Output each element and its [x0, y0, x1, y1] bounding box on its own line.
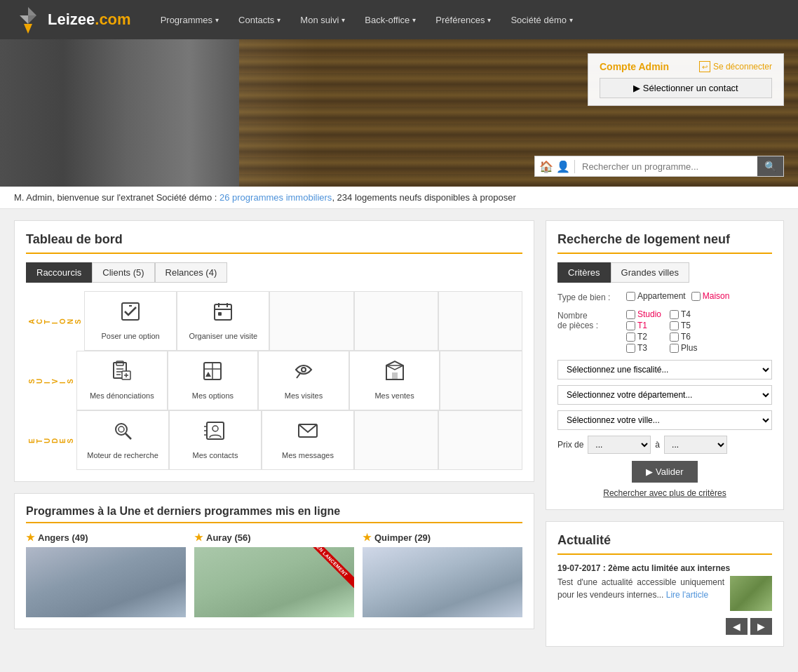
plus-checkbox[interactable]: [670, 344, 679, 353]
fiscalite-select[interactable]: Sélectionnez une fiscalité...: [557, 360, 772, 379]
tab-relances[interactable]: Relances (4): [155, 262, 228, 283]
program-img-auray[interactable]: EN LANCEMENT: [194, 547, 354, 617]
svg-line-26: [126, 434, 131, 439]
valider-row: ▶ Valider: [557, 461, 772, 483]
check-plus[interactable]: Plus: [670, 343, 705, 353]
nav-societe-demo[interactable]: Société démo ▾: [502, 0, 581, 39]
suivis-label: SUIVIS: [26, 351, 76, 410]
t2-checkbox[interactable]: [626, 332, 635, 342]
programmes-arrow-icon: ▾: [215, 16, 219, 24]
studio-checkbox[interactable]: [626, 310, 635, 319]
shortcut-poser-option[interactable]: Poser une option: [84, 291, 177, 351]
shortcut-moteur[interactable]: Moteur de recherche: [76, 410, 169, 470]
option-icon: [119, 300, 142, 327]
actu-next-button[interactable]: ▶: [750, 618, 772, 635]
t3-checkbox[interactable]: [626, 344, 635, 353]
check-maison[interactable]: Maison: [691, 291, 730, 301]
more-criteria-link[interactable]: Rechercher avec plus de critères: [603, 488, 726, 498]
maison-checkbox[interactable]: [691, 292, 701, 301]
check-studio[interactable]: Studio: [626, 309, 661, 319]
search-icons-bar: 🏠 👤: [535, 160, 575, 173]
shortcut-visites[interactable]: Mes visites: [258, 351, 349, 410]
main-content: Tableau de bord Raccourcis Clients (5) R…: [0, 209, 798, 658]
check-appartement[interactable]: Appartement: [626, 291, 686, 301]
svg-marker-3: [24, 24, 32, 34]
home-icon: 🏠: [539, 160, 553, 173]
actu-image: [730, 576, 772, 611]
lire-article-link[interactable]: Lire l'article: [666, 590, 708, 600]
welcome-comma: ,: [332, 192, 337, 203]
header: Leizee.com Programmes ▾ Contacts ▾ Mon s…: [0, 0, 798, 39]
t5-label: T5: [681, 321, 691, 330]
check-t4[interactable]: T4: [670, 309, 705, 319]
ville-select[interactable]: Sélectionnez votre ville...: [557, 410, 772, 430]
prix-a-select[interactable]: ...: [664, 436, 727, 454]
program-search-input[interactable]: [575, 157, 757, 176]
check-t6[interactable]: T6: [670, 332, 705, 342]
shortcut-denonciations[interactable]: Mes dénonciations: [76, 351, 168, 410]
program-img-angers[interactable]: [26, 547, 186, 617]
actu-prev-button[interactable]: ◀: [726, 618, 748, 635]
t5-checkbox[interactable]: [670, 321, 679, 330]
t6-label: T6: [681, 332, 691, 342]
tab-raccourcis[interactable]: Raccourcis: [26, 262, 92, 283]
fiscalite-row: Sélectionnez une fiscalité...: [557, 360, 772, 379]
actu-item-0: 19-07-2017 : 2ème actu limitée aux inter…: [557, 563, 772, 611]
actions-items: Poser une option Organiser une visite: [84, 291, 522, 351]
deconnect-link[interactable]: ↩ Se déconnecter: [699, 61, 772, 72]
nav-back-office[interactable]: Back-office ▾: [356, 0, 424, 39]
t2-label: T2: [637, 332, 647, 342]
programs-grid: ★ Angers (49) ★ Auray (56): [26, 532, 522, 617]
t6-checkbox[interactable]: [670, 332, 679, 342]
logo[interactable]: Leizee.com: [14, 6, 131, 34]
t1-checkbox[interactable]: [626, 321, 635, 330]
messages-icon: [297, 419, 319, 446]
shortcut-messages[interactable]: Mes messages: [262, 410, 354, 470]
check-t2[interactable]: T2: [626, 332, 661, 342]
actions-label: ACTIONS: [26, 291, 84, 351]
option-label: Poser une option: [102, 331, 160, 341]
right-panel: Recherche de logement neuf Critères Gran…: [546, 220, 784, 647]
search-logement-title: Recherche de logement neuf: [557, 232, 772, 254]
nav-preferences[interactable]: Préférences ▾: [427, 0, 499, 39]
select-contact-button[interactable]: ▶ Sélectionner un contact: [600, 78, 772, 98]
svg-point-27: [119, 426, 124, 432]
check-t5[interactable]: T5: [670, 321, 705, 330]
shortcut-ventes[interactable]: Mes ventes: [349, 351, 440, 410]
nav-programmes[interactable]: Programmes ▾: [152, 0, 227, 39]
actu-content: Test d'une actualité accessible uniqueme…: [557, 576, 772, 611]
shortcut-options[interactable]: Mes options: [168, 351, 259, 410]
search-button[interactable]: 🔍: [757, 156, 783, 176]
appartement-checkbox[interactable]: [626, 292, 635, 301]
programs-link[interactable]: 26 programmes immobiliers: [219, 192, 332, 203]
svg-rect-6: [215, 304, 231, 320]
search-logement-section: Recherche de logement neuf Critères Gran…: [546, 220, 784, 510]
search-tab-grandes-villes[interactable]: Grandes villes: [611, 262, 689, 283]
welcome-bar: M. Admin, bienvenue sur l'extranet Socié…: [0, 187, 798, 209]
t1-label: T1: [637, 321, 647, 330]
suivis-row: SUIVIS Mes dénonciations Mes: [26, 351, 522, 410]
shortcut-organiser-visite[interactable]: Organiser une visite: [177, 291, 269, 351]
nav-mon-suivi[interactable]: Mon suivi ▾: [292, 0, 353, 39]
svg-marker-22: [205, 372, 211, 377]
actualite-section: Actualité 19-07-2017 : 2ème actu limitée…: [546, 521, 784, 647]
en-lancement-badge: EN LANCEMENT: [305, 547, 354, 588]
tab-clients[interactable]: Clients (5): [92, 262, 154, 283]
check-t3[interactable]: T3: [626, 343, 661, 353]
dashboard-section: Tableau de bord Raccourcis Clients (5) R…: [14, 220, 534, 482]
search-tab-criteres[interactable]: Critères: [557, 262, 611, 283]
contacts-icon: [204, 419, 226, 446]
shortcut-contacts[interactable]: Mes contacts: [169, 410, 262, 470]
prix-de-select[interactable]: ...: [588, 436, 651, 454]
star-icon-angers: ★: [26, 532, 35, 543]
nav-contacts[interactable]: Contacts ▾: [230, 0, 289, 39]
valider-button[interactable]: ▶ Valider: [632, 461, 697, 483]
departement-select[interactable]: Sélectionnez votre département...: [557, 385, 772, 405]
dashboard-tabs: Raccourcis Clients (5) Relances (4): [26, 262, 522, 283]
t4-checkbox[interactable]: [670, 310, 679, 319]
search-tabs: Critères Grandes villes: [557, 262, 772, 283]
type-bien-label: Type de bien :: [557, 291, 621, 302]
logo-text: Leizee.com: [48, 11, 131, 29]
program-img-quimper[interactable]: [363, 547, 522, 617]
check-t1[interactable]: T1: [626, 321, 661, 330]
